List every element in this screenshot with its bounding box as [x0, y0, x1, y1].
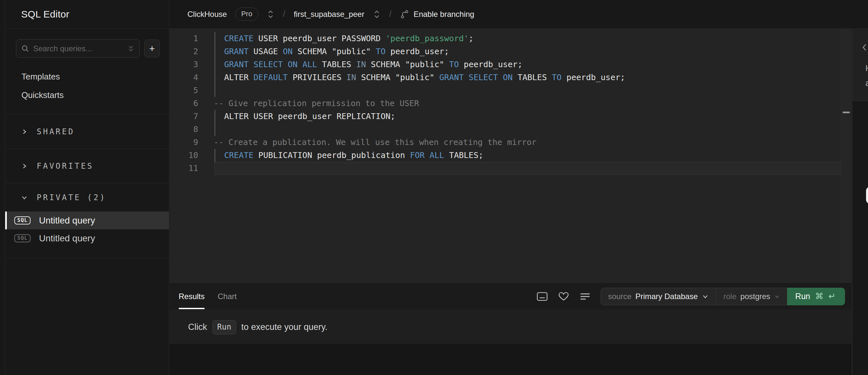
right-panel-button[interactable]: [866, 186, 868, 204]
code-token: TO: [449, 60, 459, 69]
code-token: GRANT: [224, 47, 249, 56]
code-token: GRANT: [224, 60, 249, 69]
chevron-down-icon: [21, 194, 28, 201]
query-list: SQLUntitled querySQLUntitled query: [5, 211, 169, 259]
scroll-annotation-mark: [843, 112, 850, 113]
line-number: 1: [169, 32, 198, 45]
code-token: PUBLICATION peerdb_publication: [253, 150, 410, 160]
search-placeholder: Search queries...: [33, 44, 127, 53]
format-list-icon[interactable]: [579, 291, 591, 302]
tab-chart[interactable]: Chart: [218, 283, 237, 310]
code-line[interactable]: 7ALTER USER peerdb_user REPLICATION;: [169, 110, 841, 123]
code-token: peerdb_user;: [385, 47, 449, 56]
query-title: Untitled query: [39, 233, 95, 244]
right-panel-text-fragment: a: [865, 78, 868, 88]
favorite-heart-icon[interactable]: [558, 291, 569, 302]
code-line[interactable]: 1CREATE USER peerdb_user PASSWORD 'peerd…: [169, 32, 841, 45]
chevrons-up-down-icon[interactable]: [373, 9, 381, 19]
code-token: [464, 73, 469, 82]
results-message-suffix: to execute your query.: [241, 322, 328, 332]
plan-badge: Pro: [235, 7, 258, 21]
breadcrumb-bar: ClickHouse Pro / first_supabase_peer / E…: [169, 0, 868, 29]
sidebar-section-favorites[interactable]: FAVORITES: [5, 148, 169, 183]
role-value: postgres: [740, 292, 770, 301]
code-token: SCHEMA "public": [356, 73, 439, 82]
code-text: GRANT USAGE ON SCHEMA "public" TO peerdb…: [224, 45, 449, 58]
code-line[interactable]: 10CREATE PUBLICATION peerdb_publication …: [169, 149, 841, 162]
run-button[interactable]: Run ⌘ ↵: [787, 288, 845, 305]
query-list-item[interactable]: SQLUntitled query: [5, 229, 169, 247]
line-number: 2: [169, 45, 198, 58]
source-select[interactable]: source Primary Database: [601, 288, 716, 305]
code-line[interactable]: 2GRANT USAGE ON SCHEMA "public" TO peerd…: [169, 45, 841, 58]
new-query-button[interactable]: +: [144, 40, 160, 58]
code-token: [298, 60, 303, 69]
sidebar-nav: TemplatesQuickstarts: [5, 58, 169, 104]
code-token: IN: [346, 73, 356, 82]
run-keycap: Run: [213, 320, 236, 335]
code-token: SELECT: [253, 60, 283, 69]
code-token: DEFAULT: [253, 73, 287, 82]
sidebar-section-shared[interactable]: SHARED: [5, 114, 169, 148]
code-token: TABLES: [513, 73, 552, 82]
code-token: -- Give replication permission to the US…: [214, 99, 419, 108]
query-list-item[interactable]: SQLUntitled query: [5, 211, 169, 229]
enable-branching-button[interactable]: Enable branching: [400, 9, 474, 19]
code-line[interactable]: 8: [169, 123, 841, 136]
sidebar-link-quickstarts[interactable]: Quickstarts: [5, 86, 169, 104]
code-line[interactable]: 6-- Give replication permission to the U…: [169, 97, 841, 110]
right-side-panel: H a: [852, 29, 868, 375]
line-number: 9: [169, 136, 198, 149]
code-text: CREATE PUBLICATION peerdb_publication FO…: [224, 149, 484, 162]
chevron-down-icon: [702, 293, 709, 300]
code-line[interactable]: 4ALTER DEFAULT PRIVILEGES IN SCHEMA "pub…: [169, 71, 841, 84]
keyboard-shortcuts-icon[interactable]: [536, 291, 548, 302]
code-token: ON: [503, 73, 513, 82]
code-text: GRANT SELECT ON ALL TABLES IN SCHEMA "pu…: [224, 58, 522, 71]
line-number: 5: [169, 84, 198, 97]
breadcrumb-separator: /: [283, 9, 285, 19]
code-token: TO: [376, 47, 385, 56]
sidebar-section-private[interactable]: PRIVATE (2): [5, 183, 169, 211]
role-select[interactable]: role postgres: [716, 288, 787, 305]
tab-results[interactable]: Results: [179, 283, 205, 310]
sidebar-link-templates[interactable]: Templates: [5, 67, 169, 86]
sql-editor[interactable]: 1CREATE USER peerdb_user PASSWORD 'peerd…: [169, 29, 851, 282]
code-token: CREATE: [224, 150, 253, 160]
code-text: CREATE USER peerdb_user PASSWORD 'peerdb…: [224, 32, 474, 45]
code-token: -- Create a publication. We will use thi…: [214, 138, 536, 147]
active-line-highlight: [214, 162, 841, 175]
code-token: USER peerdb_user PASSWORD: [253, 34, 385, 43]
code-token: ON: [283, 47, 293, 56]
chevrons-up-down-icon[interactable]: [267, 9, 275, 19]
code-token: TABLES;: [444, 150, 483, 160]
code-line[interactable]: 5: [169, 84, 841, 97]
results-toolbar: ResultsChart source P: [169, 282, 851, 310]
right-panel-bottom: [852, 102, 868, 375]
plus-icon: +: [149, 43, 155, 54]
code-token: SCHEMA "public": [293, 47, 376, 56]
section-label: PRIVATE (2): [37, 193, 106, 202]
code-token: ;: [469, 34, 474, 43]
code-line[interactable]: 3GRANT SELECT ON ALL TABLES IN SCHEMA "p…: [169, 58, 841, 71]
service-name: ClickHouse: [187, 10, 227, 19]
line-number: 3: [169, 58, 198, 71]
search-input[interactable]: Search queries...: [16, 39, 140, 58]
line-number: 4: [169, 71, 198, 84]
collapse-left-icon[interactable]: [862, 43, 867, 52]
code-text: -- Create a publication. We will use thi…: [214, 136, 536, 149]
code-text: ALTER DEFAULT PRIVILEGES IN SCHEMA "publ…: [224, 71, 625, 84]
line-number: 10: [169, 149, 198, 162]
results-panel: Click Run to execute your query.: [169, 310, 851, 344]
scroll-annotation-gutter[interactable]: [842, 29, 851, 282]
line-number: 7: [169, 110, 198, 123]
code-token: [249, 60, 253, 69]
code-area: 1CREATE USER peerdb_user PASSWORD 'peerd…: [169, 32, 841, 175]
sidebar: SQL Editor Search queries... + Templates…: [5, 0, 169, 375]
statement-indicator-bar: [214, 32, 215, 97]
peer-name[interactable]: first_supabase_peer: [294, 10, 364, 19]
code-token: ALL: [430, 150, 444, 160]
code-token: 'peerdb_password': [385, 34, 469, 43]
code-line[interactable]: 9-- Create a publication. We will use th…: [169, 136, 841, 149]
results-tabs: ResultsChart: [169, 283, 237, 310]
